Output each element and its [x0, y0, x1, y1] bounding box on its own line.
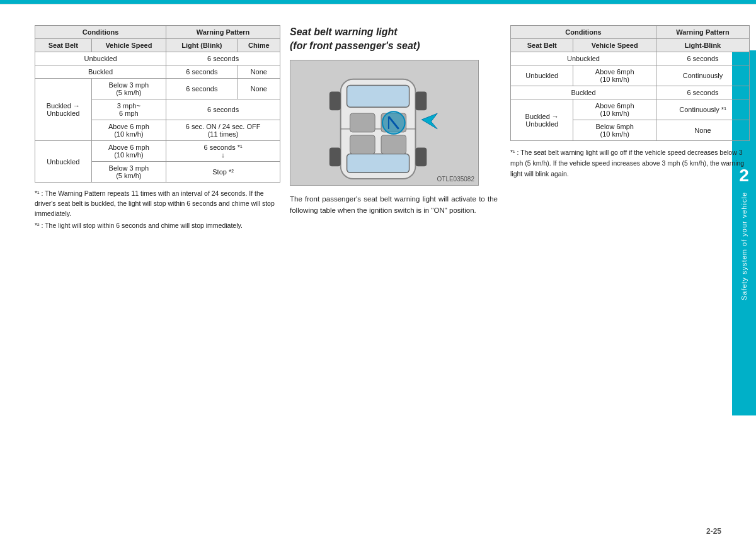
cell-3mph-6mph: 3 mph~ 6 mph [91, 99, 166, 120]
chapter-title: Safety system of your vehicle [740, 192, 748, 300]
col-chime: Chime [238, 39, 280, 52]
right-warning-pattern-header: Warning Pattern [656, 26, 750, 39]
right-footnote: *¹ : The seat belt warning light will go… [510, 147, 750, 179]
cell-6sec-1: 6 seconds [166, 52, 280, 65]
left-warning-pattern-header: Warning Pattern [166, 26, 280, 39]
middle-section: Seat belt warning light(for front passen… [290, 25, 498, 217]
right-col-light-blink: Light-Blink [656, 39, 750, 52]
page-number: 2-25 [706, 527, 721, 536]
car-illustration-svg [290, 60, 478, 185]
description-text: The front passenger's seat belt warning … [290, 193, 498, 217]
left-conditions-header: Conditions [35, 26, 166, 39]
footnote-2: *² : The light will stop within 6 second… [35, 221, 280, 231]
svg-rect-3 [347, 154, 410, 172]
table-row: Unbuckled Above 6 mph (10 km/h) 6 second… [35, 141, 280, 162]
table-row: Buckled → Unbuckled Below 3 mph (5 km/h)… [35, 79, 280, 99]
right-conditions-header: Conditions [511, 26, 656, 39]
right-footnote-text: *¹ : The seat belt warning light will go… [510, 147, 750, 179]
cell-none-2: None [238, 79, 280, 99]
cell-6sec-on-off: 6 sec. ON / 24 sec. OFF (11 times) [166, 120, 280, 141]
cell-below3mph: Below 3 mph (5 km/h) [91, 79, 166, 99]
footnote-1: *¹ : The Warning Pattern repeats 11 time… [35, 189, 280, 218]
svg-rect-15 [416, 147, 427, 166]
middle-title: Seat belt warning light(for front passen… [290, 25, 498, 54]
right-section: Conditions Warning Pattern Seat Belt Veh… [510, 25, 750, 179]
right-col-seat-belt: Seat Belt [511, 39, 573, 52]
svg-rect-14 [416, 91, 427, 110]
cell-above6mph-1: Above 6 mph (10 km/h) [91, 120, 166, 141]
cell-unbuckled-2: Unbuckled [35, 141, 92, 183]
svg-rect-5 [350, 113, 375, 132]
content-area: Conditions Warning Pattern Seat Belt Veh… [35, 25, 721, 517]
cell-6sec-star1: 6 seconds *¹ ↓ [166, 141, 280, 162]
svg-rect-12 [329, 91, 341, 110]
cell-above6mph-2: Above 6 mph (10 km/h) [91, 141, 166, 162]
svg-rect-13 [329, 147, 341, 166]
col-vehicle-speed: Vehicle Speed [91, 39, 166, 52]
table-row: Unbuckled 6 seconds [35, 52, 280, 65]
right-col-vehicle-speed: Vehicle Speed [573, 39, 656, 52]
col-seat-belt: Seat Belt [35, 39, 92, 52]
cell-none-1: None [238, 65, 280, 79]
cell-6sec-4: 6 seconds [166, 99, 280, 120]
cell-6sec-3: 6 seconds [166, 79, 238, 99]
header-line [0, 4, 756, 4]
cell-buckled-unbuckled: Buckled → Unbuckled [35, 79, 92, 141]
svg-rect-7 [350, 135, 375, 154]
cell-below3mph-2: Below 3 mph (5 km/h) [91, 162, 166, 183]
svg-rect-2 [347, 85, 410, 107]
cell-unbuckled: Unbuckled [35, 52, 166, 65]
right-conditions-table: Conditions Warning Pattern Seat Belt Veh… [510, 25, 750, 141]
car-image: OTLE035082 [290, 60, 479, 186]
svg-rect-8 [381, 135, 406, 154]
middle-title-text: Seat belt warning light(for front passen… [290, 26, 420, 51]
left-section: Conditions Warning Pattern Seat Belt Veh… [35, 25, 280, 231]
col-light-blink: Light (Blink) [166, 39, 238, 52]
left-conditions-table: Conditions Warning Pattern Seat Belt Veh… [35, 25, 280, 183]
cell-stop-star2: Stop *² [166, 162, 280, 183]
table-row: Buckled 6 seconds None [35, 65, 280, 79]
image-label: OTLE035082 [437, 176, 475, 183]
cell-buckled: Buckled [35, 65, 166, 79]
footnotes: *¹ : The Warning Pattern repeats 11 time… [35, 189, 280, 231]
cell-6sec-2: 6 seconds [166, 65, 238, 79]
